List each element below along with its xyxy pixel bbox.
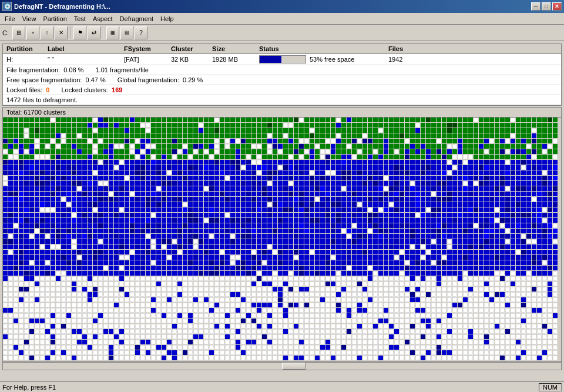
locked-files: Locked files: 0: [6, 86, 49, 93]
toolbar-btn-help[interactable]: ?: [135, 26, 147, 39]
menu-test[interactable]: Test: [70, 14, 89, 24]
maximize-button[interactable]: □: [542, 2, 551, 11]
locked-clusters-value: 169: [112, 86, 122, 93]
partition-label: " ": [48, 56, 124, 63]
menu-help[interactable]: Help: [157, 14, 177, 24]
toolbar-btn-text[interactable]: ≡: [26, 26, 39, 39]
status-bar-blue: [260, 56, 281, 63]
partition-files: 1942: [388, 56, 424, 63]
status-bar-fill: [259, 55, 306, 63]
locked-files-row: Locked files: 0 Locked clusters: 169: [3, 85, 561, 95]
menu-bar: File View Partition Test Aspect Defragme…: [0, 13, 564, 25]
partition-status: 53% free space: [259, 55, 388, 63]
toolbar-btn-x[interactable]: ✕: [55, 26, 68, 39]
stats-panel: Partition Label FSystem Cluster Size Sta…: [2, 43, 562, 106]
cluster-map-header: Total: 61700 clusters: [2, 107, 562, 117]
menu-aspect[interactable]: Aspect: [89, 14, 116, 24]
menu-file[interactable]: File: [1, 14, 19, 24]
app-icon: 💿: [2, 2, 12, 11]
frag-info-row2: Free space fragmentation: 0.47 % Global …: [3, 75, 561, 85]
file-frag-label: File fragmentation: 0.08 %: [6, 66, 83, 73]
scrollbar-thumb[interactable]: [282, 363, 306, 370]
partition-size: 1928 MB: [212, 56, 259, 63]
toolbar: C: ⊞ ≡ ↑ ✕ ⚑ ⇄ ▦ ▤ ?: [0, 25, 564, 41]
partition-headers: Partition Label FSystem Cluster Size Sta…: [3, 44, 561, 54]
toolbar-btn-cluster[interactable]: ▦: [106, 26, 119, 39]
status-help-text: For Help, press F1: [2, 384, 539, 391]
frag-info-row1: File fragmentation: 0.08 % 1.01 fragment…: [3, 65, 561, 75]
num-indicator: NUM: [539, 383, 562, 391]
header-partition: Partition: [6, 45, 48, 52]
global-frag: Global fragmentation: 0.29 %: [118, 76, 203, 83]
window-title: DefragNT - Defragmenting H:\...: [14, 3, 531, 10]
header-label: Label: [48, 45, 124, 52]
free-space-frag: Free space fragmentation: 0.47 %: [6, 76, 106, 83]
locked-files-label: Locked files:: [6, 86, 42, 93]
total-clusters-text: Total: 61700 clusters: [6, 109, 66, 116]
file-frag-label-text: File fragmentation:: [6, 66, 60, 73]
status-bar-container: 53% free space: [259, 55, 388, 63]
locked-files-value: 0: [46, 86, 49, 93]
minimize-button[interactable]: ─: [531, 2, 540, 11]
global-frag-value: 0.29 %: [183, 76, 203, 83]
free-space-frag-label: Free space fragmentation:: [6, 76, 82, 83]
partition-fsystem: [FAT]: [124, 56, 171, 63]
drive-label: C:: [2, 29, 9, 36]
toolbar-btn-flag[interactable]: ⚑: [73, 26, 86, 39]
file-frag-value: 0.08 %: [63, 66, 83, 73]
fragments-per-file: 1.01 fragments/file: [95, 66, 149, 73]
header-cluster: Cluster: [171, 45, 212, 52]
scrollbar-horizontal[interactable]: [2, 362, 562, 370]
main-content: Partition Label FSystem Cluster Size Sta…: [0, 41, 564, 373]
toolbar-btn-cluster2[interactable]: ▤: [120, 26, 133, 39]
header-fsystem: FSystem: [124, 45, 171, 52]
toolbar-btn-arrow[interactable]: ↑: [41, 26, 53, 39]
cluster-canvas: [3, 118, 562, 361]
global-frag-label: Global fragmentation:: [118, 76, 179, 83]
files-to-defrag-row: 1472 files to defragment.: [3, 95, 561, 105]
close-button[interactable]: ✕: [552, 2, 562, 11]
menu-defragment[interactable]: Defragment: [116, 14, 157, 24]
files-to-defrag-text: 1472 files to defragment.: [6, 96, 78, 103]
menu-partition[interactable]: Partition: [39, 14, 70, 24]
cluster-map-container: [2, 117, 562, 362]
menu-view[interactable]: View: [19, 14, 40, 24]
status-text: 53% free space: [310, 56, 354, 63]
partition-cluster: 32 KB: [171, 56, 212, 63]
partition-name: H:: [6, 56, 48, 63]
toolbar-btn-grid[interactable]: ⊞: [12, 26, 25, 39]
title-bar: 💿 DefragNT - Defragmenting H:\... ─ □ ✕: [0, 0, 564, 13]
partition-data-row: H: " " [FAT] 32 KB 1928 MB 53% free spac…: [3, 54, 561, 65]
locked-clusters-label: Locked clusters:: [61, 86, 108, 93]
locked-clusters: Locked clusters: 169: [61, 86, 122, 93]
header-size: Size: [212, 45, 259, 52]
status-bar: For Help, press F1 NUM: [0, 381, 564, 392]
window-controls: ─ □ ✕: [531, 2, 562, 11]
toolbar-btn-arrows2[interactable]: ⇄: [88, 26, 100, 39]
header-status: Status: [259, 45, 388, 52]
toolbar-sep-2: [103, 27, 104, 39]
free-space-frag-value: 0.47 %: [86, 76, 106, 83]
toolbar-sep-1: [70, 27, 71, 39]
header-files: Files: [388, 45, 424, 52]
